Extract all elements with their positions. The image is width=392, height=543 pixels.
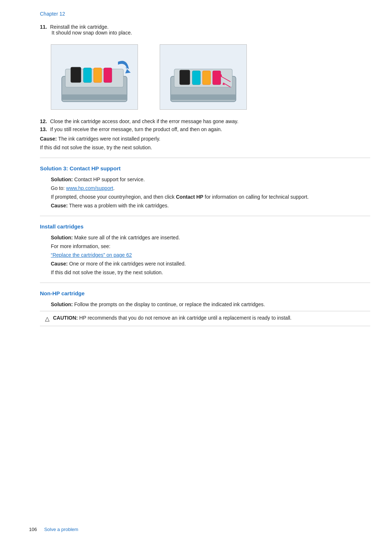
install-cause: Cause: One or more of the ink cartridges…	[40, 261, 370, 267]
solution3-body: If prompted, choose your country/region,…	[40, 194, 370, 200]
step-11: 11. Reinstall the ink cartridge. It shou…	[40, 24, 370, 36]
solution3-body-text: If prompted, choose your country/region,…	[51, 194, 176, 200]
non-hp-section: Non-HP cartridge Solution: Follow the pr…	[40, 290, 370, 326]
install-cause-text: One or more of the ink cartridges were n…	[69, 261, 186, 267]
divider-1	[40, 158, 370, 158]
svg-rect-5	[104, 68, 112, 82]
divider-2	[40, 216, 370, 216]
install-cartridges-section: Install cartridges Solution: Make sure a…	[40, 223, 370, 275]
non-hp-solution: Solution: Follow the prompts on the disp…	[40, 301, 370, 307]
printer-image-right	[160, 44, 247, 110]
step-12: 12. Close the ink cartridge access door,…	[40, 118, 370, 124]
step-11-sub: It should now snap down into place.	[52, 30, 132, 36]
solution3-link[interactable]: www.hp.com/support	[66, 185, 113, 191]
svg-rect-10	[192, 71, 200, 85]
install-solution-label: Solution:	[51, 235, 73, 240]
caution-label: CAUTION:	[53, 315, 78, 321]
step-11-content: Reinstall the ink cartridge. It should n…	[50, 24, 132, 36]
svg-rect-4	[94, 68, 102, 82]
solution3-cause: Cause: There was a problem with the ink …	[40, 203, 370, 208]
solution3-go-to: Go to:	[51, 185, 66, 191]
images-row	[51, 44, 370, 110]
install-for-more-text: For more information, see:	[51, 243, 110, 249]
svg-rect-12	[213, 71, 221, 85]
svg-rect-6	[62, 94, 127, 100]
step-12-content: Close the ink cartridge access door, and…	[50, 118, 238, 124]
footer-page-number: 106	[29, 527, 37, 532]
svg-rect-11	[203, 71, 211, 85]
install-solution: Solution: Make sure all of the ink cartr…	[40, 235, 370, 240]
svg-rect-9	[180, 70, 190, 85]
step-13-main: If you still receive the error message, …	[50, 126, 222, 132]
solution3-cause-text: There was a problem with the ink cartrid…	[69, 203, 169, 208]
install-cause-label: Cause:	[51, 261, 68, 267]
install-link-block: “Replace the cartridges” on page 62	[40, 252, 370, 258]
solution3-section: Solution 3: Contact HP support Solution:…	[40, 165, 370, 208]
solution3-cause-label: Cause:	[51, 203, 68, 208]
step-13-number: 13.	[40, 126, 48, 132]
cause-1: Cause: The ink cartridges were not insta…	[40, 136, 370, 142]
cause-1-text: The ink cartridges were not installed pr…	[58, 136, 160, 142]
printer-image-left	[51, 44, 138, 110]
install-if-not-solve: If this did not solve the issue, try the…	[40, 270, 370, 275]
chapter-label: Chapter 12	[40, 11, 370, 17]
install-solution-text: Make sure all of the ink cartridges are …	[74, 235, 180, 240]
svg-rect-2	[71, 67, 81, 82]
if-not-solve-1: If this did not solve the issue, try the…	[40, 145, 370, 150]
solution3-solution-text: Contact HP support for service.	[74, 177, 145, 182]
non-hp-heading: Non-HP cartridge	[40, 290, 370, 296]
solution3-bold: Contact HP	[176, 194, 203, 200]
solution3-heading: Solution 3: Contact HP support	[40, 165, 370, 171]
caution-block: △ CAUTION: HP recommends that you do not…	[40, 311, 370, 326]
svg-rect-17	[171, 94, 236, 100]
install-cartridges-heading: Install cartridges	[40, 223, 370, 230]
step-13: 13. If you still receive the error messa…	[40, 126, 370, 132]
solution3-body-text2: for information on calling for technical…	[203, 194, 309, 200]
solution3-solution-label: Solution:	[51, 177, 73, 182]
install-for-more: For more information, see:	[40, 243, 370, 249]
svg-rect-3	[83, 68, 91, 82]
solution3-solution: Solution: Contact HP support for service…	[40, 177, 370, 182]
step-12-main: Close the ink cartridge access door, and…	[50, 118, 238, 124]
non-hp-solution-label: Solution:	[51, 301, 73, 307]
step-12-number: 12.	[40, 118, 48, 124]
caution-content: CAUTION: HP recommends that you do not r…	[53, 315, 291, 321]
solution3-goto: Go to: www.hp.com/support.	[40, 185, 370, 191]
non-hp-solution-text: Follow the prompts on the display to con…	[74, 301, 265, 307]
cause-1-label: Cause:	[40, 136, 57, 142]
step-11-number: 11.	[40, 24, 48, 36]
step-13-content: If you still receive the error message, …	[50, 126, 222, 132]
footer-section-label: Solve a problem	[44, 527, 78, 532]
footer: 106 Solve a problem	[29, 527, 370, 532]
caution-text: HP recommends that you do not remove an …	[79, 315, 291, 321]
install-link[interactable]: “Replace the cartridges” on page 62	[51, 252, 132, 258]
caution-triangle-icon: △	[45, 315, 49, 322]
step-11-main: Reinstall the ink cartridge.	[50, 24, 109, 30]
divider-3	[40, 283, 370, 283]
